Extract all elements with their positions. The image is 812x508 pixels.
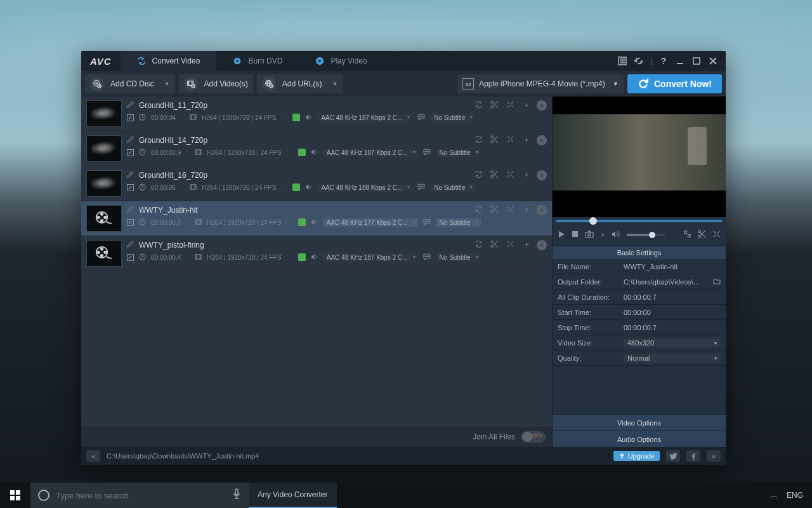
file-row[interactable]: WWTY_Justin-hit+×✓00:00:00.7H264 | 1920x… (81, 201, 552, 236)
minimize-button[interactable] (675, 56, 685, 66)
gear-icon[interactable] (634, 56, 644, 66)
scissors-icon[interactable] (490, 135, 499, 145)
scissors-icon[interactable] (490, 170, 499, 180)
svg-point-44 (491, 140, 494, 143)
facebook-icon[interactable] (686, 450, 700, 462)
add-video-button[interactable]: Add Video(s) (179, 74, 253, 93)
subtitle-select[interactable]: No Subtitle (436, 253, 481, 262)
tab-burn-dvd[interactable]: Burn DVD (216, 51, 299, 71)
scissors-icon[interactable] (698, 230, 706, 240)
crop-icon[interactable] (683, 230, 691, 240)
tray-chevron-icon[interactable]: ︿ (770, 490, 778, 501)
setting-row[interactable]: Video Size:480x320 (553, 335, 726, 351)
refresh-icon[interactable] (475, 100, 483, 110)
checkbox[interactable]: ✓ (127, 219, 134, 226)
file-row[interactable]: WWTY_pistol-firing+×✓00:00:00.4H264 | 19… (81, 236, 552, 271)
effects-icon[interactable] (506, 240, 514, 250)
audio-options-button[interactable]: Audio Options (553, 431, 726, 447)
refresh-icon[interactable] (475, 170, 483, 180)
mic-icon[interactable] (232, 488, 241, 502)
subtitle-select[interactable]: No Subtitle (436, 218, 481, 227)
stop-icon[interactable] (572, 231, 579, 239)
file-row[interactable]: GroundHit_11_720p+×✓00:00:04H264 | 1280x… (81, 97, 552, 131)
play-icon[interactable] (558, 231, 565, 240)
svg-line-51 (511, 140, 513, 142)
tab-play-video[interactable]: Play Video (299, 51, 383, 71)
edit-icon[interactable] (127, 241, 134, 250)
taskbar-app[interactable]: Any Video Converter (249, 483, 337, 508)
edit-icon[interactable] (127, 136, 134, 145)
search-input[interactable] (56, 491, 226, 500)
file-row[interactable]: GroundHit_16_720p+×✓00:00:06H264 | 1280x… (81, 166, 552, 201)
add-icon[interactable]: + (525, 241, 529, 250)
effects-icon[interactable] (506, 100, 514, 110)
audio-select[interactable]: AAC 48 KHz 177 Kbps 2 C... (323, 218, 418, 227)
checkbox[interactable]: ✓ (127, 149, 134, 156)
refresh-icon[interactable] (475, 135, 483, 145)
volume-icon[interactable] (612, 231, 620, 240)
refresh-icon[interactable] (475, 205, 483, 215)
remove-icon[interactable]: × (537, 240, 547, 250)
volume-slider[interactable] (627, 234, 665, 236)
remove-icon[interactable]: × (537, 100, 547, 110)
tab-convert-video[interactable]: Convert Video (121, 51, 217, 71)
svg-line-88 (511, 210, 513, 212)
edit-icon[interactable] (127, 206, 134, 215)
remove-icon[interactable]: × (537, 135, 547, 145)
setting-value[interactable]: Normal (624, 354, 721, 363)
refresh-icon[interactable] (475, 240, 483, 250)
scissors-icon[interactable] (490, 240, 499, 250)
add-icon[interactable]: + (525, 206, 529, 215)
audio-select[interactable]: AAC 48 KHz 187 Kbps 2 C... (323, 149, 418, 157)
svg-point-43 (422, 116, 423, 116)
edit-icon[interactable] (127, 101, 134, 110)
join-toggle[interactable]: OFF (521, 431, 546, 443)
scissors-icon[interactable] (490, 100, 499, 110)
seek-bar[interactable] (553, 217, 726, 225)
video-options-button[interactable]: Video Options (553, 414, 726, 431)
effects-icon[interactable] (506, 135, 514, 145)
audio-select[interactable]: AAC 48 KHz 187 Kbps 2 C... (317, 114, 412, 122)
checkbox[interactable]: ✓ (127, 114, 134, 121)
remove-icon[interactable]: × (537, 170, 547, 180)
list-icon[interactable] (617, 56, 627, 66)
snapshot-icon[interactable] (585, 231, 594, 240)
folder-icon[interactable] (713, 278, 721, 286)
convert-now-button[interactable]: Convert Now! (627, 74, 722, 93)
expand-icon[interactable]: » (707, 450, 721, 462)
checkbox[interactable]: ✓ (127, 254, 134, 261)
start-button[interactable] (0, 483, 30, 508)
effects-icon[interactable] (506, 205, 514, 215)
help-icon[interactable]: ? (658, 56, 669, 66)
preview-player[interactable] (553, 97, 726, 217)
add-icon[interactable]: + (525, 171, 529, 180)
effects-icon[interactable] (712, 230, 721, 240)
upgrade-button[interactable]: Upgrade (613, 451, 660, 461)
edit-icon[interactable] (127, 171, 134, 180)
language-indicator[interactable]: ENG (787, 491, 803, 500)
audio-select[interactable]: AAC 48 KHz 187 Kbps 2 C... (323, 253, 418, 262)
twitter-icon[interactable] (666, 450, 680, 462)
add-icon[interactable]: + (525, 136, 529, 145)
output-profile-select[interactable]: all Apple iPhone MPEG-4 Movie (*.mp4) ▼ (457, 74, 624, 93)
add-url-button[interactable]: Add URL(s) ▼ (257, 74, 343, 93)
subtitle-select[interactable]: No Subtitle (436, 149, 481, 157)
subtitle-icon (417, 184, 425, 192)
add-cd-button[interactable]: Add CD Disc ▼ (85, 74, 175, 93)
scissors-icon[interactable] (490, 205, 499, 215)
file-row[interactable]: GroundHit_14_720p+×✓00:00:03.9H264 | 128… (81, 131, 552, 166)
effects-icon[interactable] (506, 170, 514, 180)
subtitle-select[interactable]: No Subtitle (430, 184, 475, 192)
setting-row: All Clip Duration:00:00:00.7 (553, 290, 726, 305)
checkbox[interactable]: ✓ (127, 184, 134, 191)
search-box[interactable] (30, 483, 249, 508)
collapse-icon[interactable]: « (86, 450, 100, 462)
maximize-button[interactable] (691, 56, 702, 66)
audio-select[interactable]: AAC 48 KHz 188 Kbps 2 C... (317, 184, 412, 192)
close-button[interactable] (708, 56, 718, 66)
add-icon[interactable]: + (525, 101, 529, 110)
setting-row[interactable]: Quality:Normal (553, 351, 726, 366)
setting-value[interactable]: 480x320 (624, 338, 721, 347)
subtitle-select[interactable]: No Subtitle (430, 114, 475, 122)
remove-icon[interactable]: × (537, 205, 547, 215)
